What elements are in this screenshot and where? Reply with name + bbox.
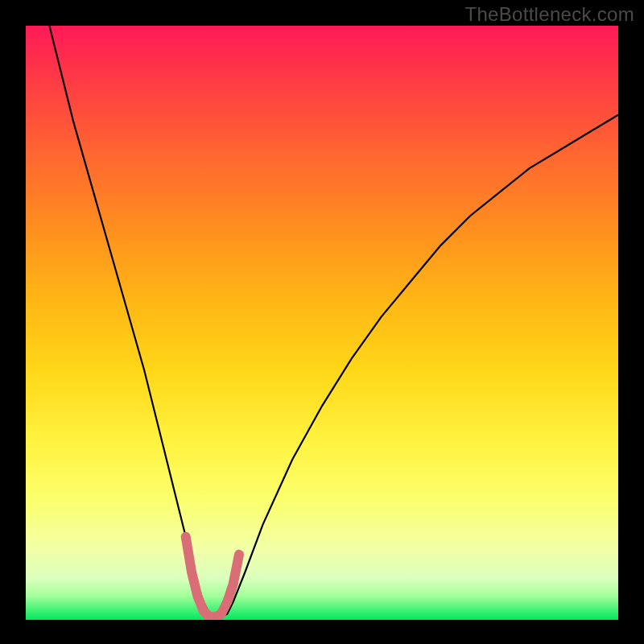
plot-area — [26, 26, 618, 620]
valley-marker — [186, 537, 239, 617]
curve-layer — [26, 26, 618, 620]
chart-frame: TheBottleneck.com — [0, 0, 644, 644]
bottleneck-curve — [49, 26, 618, 617]
watermark-text: TheBottleneck.com — [464, 3, 634, 26]
